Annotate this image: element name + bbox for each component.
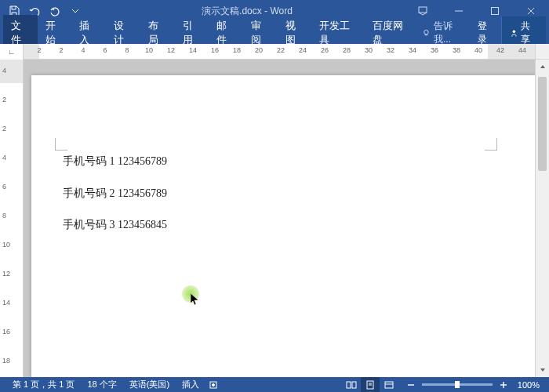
ruler-tick: 4 (2, 67, 6, 74)
margin-mark-top-left (55, 138, 67, 151)
horizontal-ruler-row: 2246810121416182022242628303234363840424… (0, 44, 549, 60)
share-label: 共享 (521, 20, 538, 46)
zoom-out-button[interactable] (403, 377, 419, 392)
zoom-controls: 100% (403, 377, 543, 392)
ruler-tick: 30 (365, 46, 373, 54)
svg-point-9 (213, 383, 215, 386)
ruler-tick: 6 (2, 183, 6, 191)
margin-mark-top-right (485, 138, 497, 151)
macro-record-icon[interactable] (205, 377, 221, 392)
vertical-ruler[interactable]: 4224681012141618 (0, 60, 23, 377)
ruler-tick: 6 (103, 46, 107, 54)
ruler-tick: 28 (343, 46, 351, 54)
text-line[interactable]: 手机号码 2 123456789 (63, 178, 504, 210)
ruler-tick: 42 (496, 46, 504, 54)
ruler-tick: 32 (387, 46, 394, 54)
ruler-tick: 26 (321, 46, 329, 54)
ruler-tick: 10 (2, 241, 10, 249)
text-line[interactable]: 手机号码 1 123456789 (63, 146, 504, 178)
svg-rect-15 (385, 382, 393, 388)
horizontal-ruler[interactable]: 2246810121416182022242628303234363840424… (24, 44, 535, 59)
ruler-tick: 8 (2, 212, 6, 220)
ruler-tick: 14 (2, 299, 10, 307)
scroll-corner (535, 44, 549, 59)
ruler-tick: 34 (409, 46, 416, 54)
vertical-scrollbar[interactable] (535, 60, 549, 377)
status-insert-mode[interactable]: 插入 (176, 379, 205, 390)
login-link[interactable]: 登录 (471, 20, 501, 46)
workspace: 4224681012141618 手机号码 1 123456789 手机号码 2… (0, 60, 549, 377)
zoom-in-button[interactable] (496, 377, 511, 392)
zoom-slider-thumb[interactable] (455, 381, 460, 388)
ruler-tick: 4 (81, 46, 85, 54)
minimize-button[interactable] (441, 0, 477, 22)
svg-point-5 (424, 30, 428, 34)
page[interactable]: 手机号码 1 123456789 手机号码 2 123456789 手机号码 3… (31, 75, 535, 377)
ruler-tick: 24 (299, 46, 307, 54)
ruler-tick: 20 (255, 46, 263, 54)
ruler-tick: 4 (2, 154, 6, 162)
print-layout-button[interactable] (361, 377, 380, 392)
read-mode-button[interactable] (342, 377, 361, 392)
ribbon-tabs: 文件 开始 插入 设计 布局 引用 邮件 审阅 视图 开发工具 百度网盘 告诉我… (0, 22, 549, 44)
tell-me-search[interactable]: 告诉我... (417, 20, 471, 46)
ruler-tick: 44 (518, 46, 526, 54)
ruler-tick: 16 (2, 328, 10, 336)
tell-me-label: 告诉我... (434, 20, 467, 46)
ruler-tick: 12 (2, 270, 10, 278)
svg-rect-0 (419, 7, 427, 13)
ruler-tick: 36 (431, 46, 438, 54)
zoom-slider[interactable] (422, 383, 493, 386)
view-mode-buttons (342, 377, 398, 392)
svg-rect-2 (492, 8, 499, 15)
ruler-tick: 8 (125, 46, 129, 54)
vertical-ruler-wrap: 4224681012141618 (0, 60, 24, 377)
ruler-tick: 2 (37, 46, 41, 54)
ruler-tick: 12 (167, 46, 175, 54)
svg-point-7 (512, 30, 515, 33)
ruler-tick: 38 (453, 46, 460, 54)
document-area[interactable]: 手机号码 1 123456789 手机号码 2 123456789 手机号码 3… (24, 60, 535, 377)
ruler-tick: 22 (277, 46, 285, 54)
statusbar: 第 1 页，共 1 页 18 个字 英语(美国) 插入 100% (0, 377, 549, 392)
ruler-tick: 10 (145, 46, 153, 54)
document-content[interactable]: 手机号码 1 123456789 手机号码 2 123456789 手机号码 3… (63, 146, 504, 241)
ruler-tick: 2 (2, 96, 6, 103)
ruler-tick: 2 (59, 46, 63, 54)
svg-rect-11 (352, 382, 356, 388)
scrollbar-track[interactable] (536, 74, 549, 363)
scroll-down-button[interactable] (536, 363, 549, 377)
zoom-percent[interactable]: 100% (514, 380, 543, 390)
status-word-count[interactable]: 18 个字 (81, 379, 122, 390)
text-line[interactable]: 手机号码 3 123456845 (63, 209, 504, 241)
ruler-corner[interactable] (0, 44, 24, 60)
ruler-tick: 18 (233, 46, 241, 54)
svg-rect-10 (347, 382, 351, 388)
share-icon (510, 28, 518, 38)
scroll-up-button[interactable] (536, 60, 549, 74)
ruler-tick: 16 (211, 46, 219, 54)
ruler-tick: 2 (2, 125, 6, 132)
ruler-tick: 14 (189, 46, 197, 54)
ruler-tick: 18 (2, 357, 10, 365)
web-layout-button[interactable] (380, 377, 398, 392)
scrollbar-thumb[interactable] (538, 77, 547, 171)
lightbulb-icon (422, 28, 431, 38)
ruler-tick: 40 (474, 46, 482, 54)
status-page[interactable]: 第 1 页，共 1 页 (6, 379, 81, 390)
status-language[interactable]: 英语(美国) (123, 379, 176, 390)
